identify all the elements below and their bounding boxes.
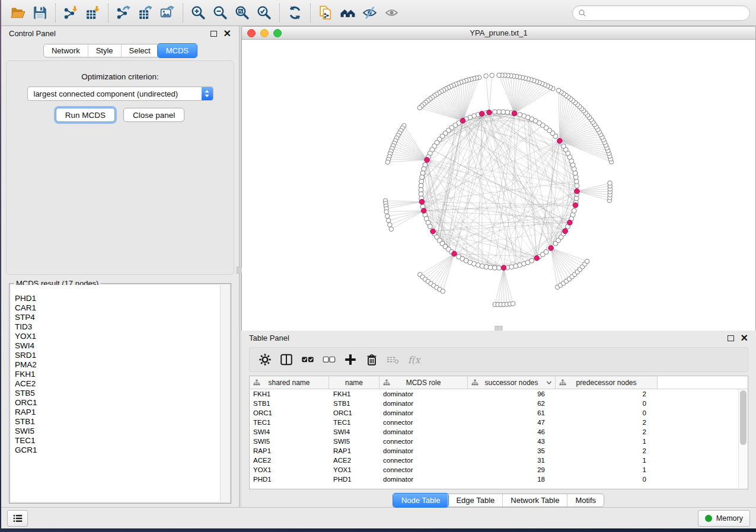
mcds-result-item[interactable]: SWI5 [11,427,229,436]
zoom-fit-button[interactable] [231,3,253,23]
float-panel-icon[interactable] [210,31,217,37]
column-header-predecessor-nodes[interactable]: predecessor nodes [556,376,658,389]
mcds-result-item[interactable]: GCR1 [11,446,229,455]
float-table-panel-icon[interactable] [728,335,734,341]
table-row[interactable]: FKH1FKH1dominator962 [250,389,748,399]
export-table-button[interactable] [135,3,157,23]
table-row[interactable]: SWI5SWI5connector431 [250,437,748,446]
unselect-all-rows-button[interactable] [318,350,340,369]
table-row[interactable]: RAP1RAP1dominator352 [250,446,748,456]
tree-icon [471,379,479,386]
horizontal-splitter-grip[interactable] [495,326,503,331]
tab-style[interactable]: Style [88,44,121,57]
tab-network-table[interactable]: Network Table [502,494,567,507]
apply-layout-button[interactable] [284,3,306,23]
mcds-result-item[interactable]: TID3 [11,322,229,332]
zoom-out-button[interactable] [209,3,231,23]
search-icon [578,8,587,18]
add-column-button[interactable] [340,350,361,369]
memory-button[interactable]: Memory [698,510,750,527]
status-bar: Memory [1,507,756,528]
mcds-result-item[interactable]: STB1 [11,417,229,427]
close-traffic-light[interactable] [247,29,256,37]
first-neighbors-button[interactable] [337,3,359,23]
tab-edge-table[interactable]: Edge Table [448,494,502,507]
table-cell: PHD1 [250,476,328,483]
import-network-button[interactable] [60,3,82,23]
table-cell: dominator [378,476,466,483]
zoom-selected-button[interactable] [253,3,275,23]
mcds-result-item[interactable]: SRD1 [11,351,229,360]
column-header-successor-nodes[interactable]: successor nodes [468,376,556,389]
svg-text:f(x): f(x) [408,354,422,366]
maximize-traffic-light[interactable] [273,29,282,37]
mcds-result-item[interactable]: FKH1 [11,370,229,379]
mcds-result-item[interactable]: ACE2 [11,379,229,389]
import-table-icon [85,5,101,21]
tab-motifs[interactable]: Motifs [567,494,604,507]
column-header-shared-name[interactable]: shared name [250,376,329,389]
table-row[interactable]: ACE2ACE2connector311 [250,456,748,465]
mcds-list-scrollbar[interactable] [220,285,229,502]
columns-icon [279,352,294,367]
delete-column-button[interactable] [361,350,382,369]
column-header-MCDS-role[interactable]: MCDS role [379,376,468,389]
select-all-rows-button[interactable] [297,350,318,369]
tab-network[interactable]: Network [44,44,88,57]
table-row[interactable]: PHD1PHD1dominator180 [250,475,748,484]
table-row[interactable]: YOX1YOX1connector291 [250,465,748,475]
table-scrollbar[interactable] [738,389,748,488]
column-header-name[interactable]: name [329,376,379,389]
mcds-result-list[interactable]: PHD1CAR1STP4TID3YOX1SWI4SRD1PMA2FKH1ACE2… [11,285,229,502]
mcds-result-item[interactable]: ORC1 [11,398,229,408]
right-column: YPA_prune.txt_1 Table Panel ✕ f(x) [241,26,756,507]
zoom-in-button[interactable] [187,3,209,23]
mcds-result-item[interactable]: TEC1 [11,436,229,446]
mcds-result-item[interactable]: RAP1 [11,408,229,417]
mcds-result-item[interactable]: SWI4 [11,341,229,351]
export-image-button[interactable] [157,3,178,23]
import-network-icon [63,5,79,21]
table-row[interactable]: ORC1ORC1dominator610 [250,408,748,418]
mcds-result-item[interactable]: STP4 [11,313,229,322]
table-scrollbar-thumb[interactable] [740,390,747,445]
memory-button-label: Memory [716,514,743,523]
table-toolbar: f(x) [249,347,748,372]
main-toolbar [1,0,756,26]
mcds-result-item[interactable]: YOX1 [11,332,229,341]
show-panels-button[interactable] [7,510,28,527]
minimize-traffic-light[interactable] [260,29,269,37]
mcds-result-item[interactable]: PHD1 [11,294,229,303]
run-mcds-button[interactable]: Run MCDS [56,108,115,122]
mcds-result-item[interactable]: PMA2 [11,360,229,370]
close-panel-button[interactable]: Close panel [123,108,184,122]
tab-node-table[interactable]: Node Table [393,493,449,507]
table-panel-title: Table Panel [249,334,289,342]
network-from-selection-button[interactable] [315,3,337,23]
mcds-result-item[interactable]: STB5 [11,389,229,398]
table-row[interactable]: SWI4SWI4dominator462 [250,427,748,437]
check-all-icon [301,352,315,367]
mcds-panel-body: Optimization criterion: largest connecte… [6,60,234,275]
optimization-select[interactable]: largest connected component (undirected) [27,86,213,101]
search-input[interactable] [587,8,745,18]
table-settings-button[interactable] [254,350,276,369]
uncheck-all-icon [322,352,336,367]
table-row[interactable]: STB1STB1dominator620 [250,399,748,408]
open-file-button[interactable] [7,3,29,23]
save-session-button[interactable] [29,3,51,23]
table-cell: ACE2 [250,457,328,464]
column-visibility-button[interactable] [276,350,297,369]
export-network-button[interactable] [113,3,135,23]
network-graph[interactable] [242,40,755,331]
close-panel-icon[interactable]: ✕ [224,29,231,39]
hide-selected-button[interactable] [359,3,381,23]
network-canvas[interactable] [242,40,755,331]
table-row[interactable]: TEC1TEC1connector472 [250,418,748,427]
network-window-titlebar[interactable]: YPA_prune.txt_1 [242,27,755,40]
tab-select[interactable]: Select [121,44,158,57]
tab-mcds[interactable]: MCDS [158,44,197,57]
mcds-result-item[interactable]: CAR1 [11,303,229,313]
import-table-button[interactable] [82,3,104,23]
close-table-panel-icon[interactable]: ✕ [741,334,748,343]
